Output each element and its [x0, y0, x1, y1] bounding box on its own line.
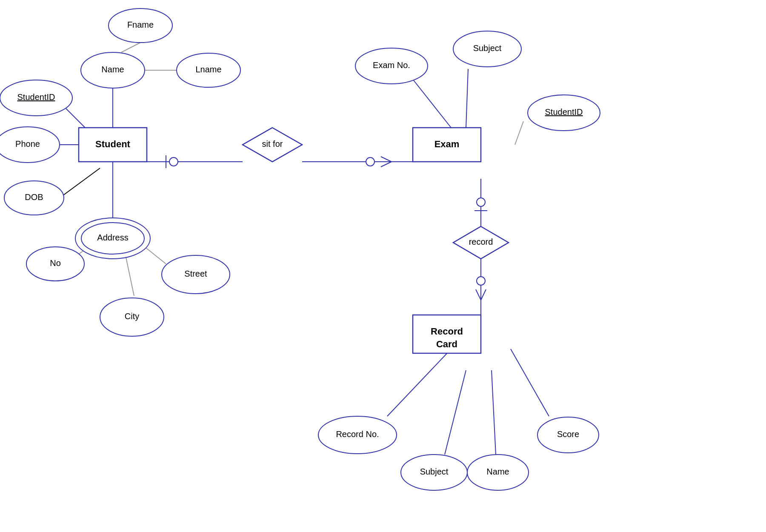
- lname-label: Lname: [195, 65, 221, 74]
- fname-label: Fname: [127, 20, 154, 29]
- rc-name-connector: [492, 370, 496, 455]
- street-label: Street: [184, 269, 207, 278]
- address-street-connector: [145, 247, 166, 264]
- name-label: Name: [101, 65, 124, 74]
- subject-exam-connector: [466, 69, 468, 128]
- rc-score-connector: [511, 349, 549, 416]
- exam-entity-label: Exam: [434, 139, 460, 149]
- recordcard-entity-label: Record: [431, 326, 463, 337]
- score-label: Score: [557, 429, 579, 439]
- dob-student-connector: [60, 168, 100, 198]
- studentid2-exam-connector: [515, 121, 523, 145]
- recordcard-entity-label2: Card: [436, 339, 457, 349]
- rc-crowfoot-left: [476, 289, 481, 300]
- no-label: No: [50, 258, 61, 268]
- subject-exam-label: Subject: [473, 43, 502, 53]
- dob-label: DOB: [25, 192, 43, 202]
- student-entity-label: Student: [95, 139, 131, 149]
- rc-recordno-connector: [387, 349, 451, 416]
- one-marker-circle: [169, 157, 178, 166]
- rc-subject-connector: [445, 370, 466, 455]
- subject-rc-label: Subject: [420, 467, 449, 476]
- sitfor-label: sit for: [262, 139, 283, 149]
- examno-exam-connector: [411, 77, 451, 128]
- record-rc-circle: [477, 277, 485, 285]
- crowfoot-top: [381, 157, 392, 162]
- many-marker-circle: [366, 157, 374, 166]
- crowfoot-bottom: [381, 162, 392, 167]
- fname-name-connector: [121, 43, 140, 52]
- city-label: City: [125, 312, 139, 321]
- studentid2-label: StudentID: [545, 107, 583, 117]
- phone-label: Phone: [15, 139, 40, 149]
- er-diagram: Student Exam Record Card sit for record …: [0, 0, 766, 532]
- address-city-connector: [126, 255, 134, 296]
- exam-record-circle: [477, 198, 485, 206]
- name-rc-label: Name: [486, 467, 509, 476]
- record-label: record: [469, 237, 493, 246]
- studentid-label: StudentID: [17, 92, 55, 102]
- recordno-label: Record No.: [336, 429, 379, 439]
- rc-crowfoot-right: [481, 289, 486, 300]
- examno-label: Exam No.: [373, 60, 410, 70]
- address-label: Address: [97, 233, 128, 242]
